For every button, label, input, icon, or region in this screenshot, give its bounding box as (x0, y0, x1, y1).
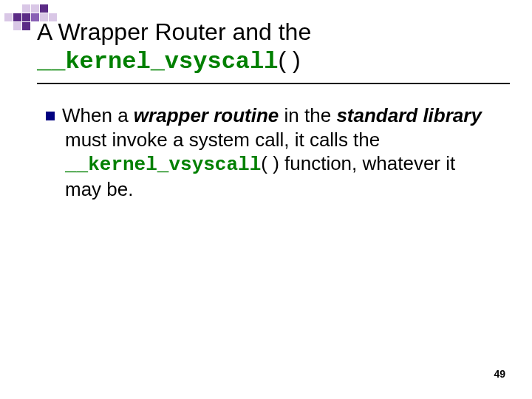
bullet-seg-1: wrapper routine (134, 104, 279, 126)
bullet-seg-3: standard library (336, 104, 482, 126)
bullet-item: When a wrapper routine in the standard l… (46, 103, 489, 201)
page-number: 49 (494, 368, 505, 380)
title-after-code: ( ) (278, 47, 300, 73)
title-code: __kernel_vsyscall (37, 48, 278, 75)
bullet-seg-2: in the (279, 104, 336, 126)
title-underline (37, 83, 510, 84)
bullet-seg-0: When a (62, 104, 134, 126)
title-line1: A Wrapper Router and the (37, 18, 311, 45)
bullet-seg-4: must invoke a system call, it calls the (65, 129, 380, 151)
body-text: When a wrapper routine in the standard l… (46, 103, 489, 201)
slide-title: A Wrapper Router and the __kernel_vsysca… (37, 18, 311, 77)
bullet-seg-5: __kernel_vsyscall (65, 154, 261, 176)
square-bullet-icon (46, 112, 55, 120)
